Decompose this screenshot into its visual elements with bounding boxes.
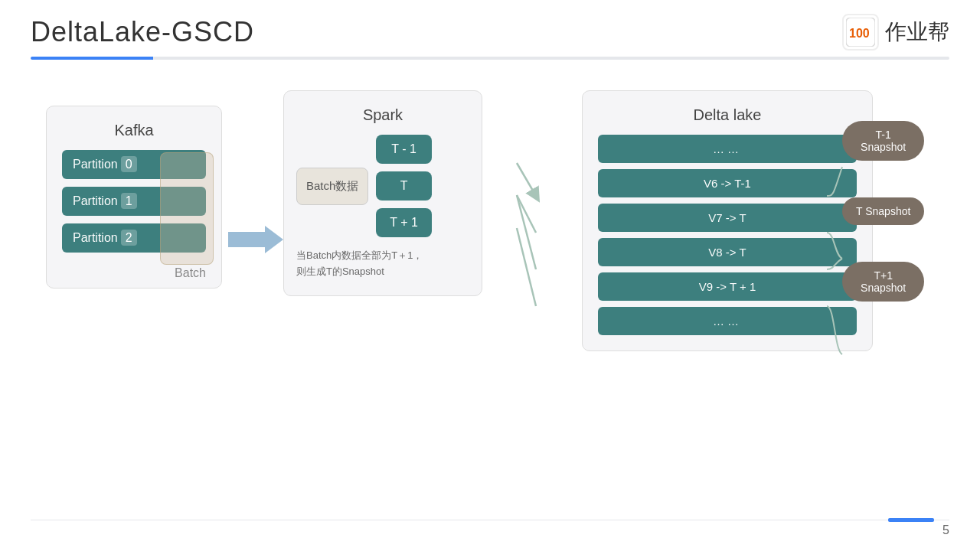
delta-row-0: …… [598, 135, 857, 163]
kafka-title: Kafka [62, 122, 206, 139]
page-number: 5 [942, 523, 949, 537]
snapshot-t-plus1: T+1Snapshot [842, 262, 924, 302]
kafka-section: Kafka Partition0 Partition1 Partition2 [46, 106, 222, 289]
delta-row-3: V8 -> T [598, 238, 857, 266]
spark-inner: Batch数据 T - 1 T T + 1 [296, 135, 469, 237]
t-plus1-btn: T + 1 [376, 208, 432, 237]
delta-row-4: V9 -> T + 1 [598, 272, 857, 301]
title-underline [31, 57, 949, 60]
svg-line-6 [517, 228, 536, 306]
batch-overlay [160, 152, 214, 265]
svg-line-5 [517, 195, 536, 269]
kafka-spark-arrow [228, 224, 286, 258]
spark-section: Spark Batch数据 T - 1 T T + 1 当Batch内数据全部为… [283, 90, 482, 296]
page-title: DeltaLake-GSCD [31, 16, 254, 48]
delta-section: Delta lake …… V6 -> T-1 V7 -> T V8 -> T … [536, 90, 873, 351]
diagram-area: Kafka Partition0 Partition1 Partition2 [46, 75, 934, 404]
delta-rows: …… V6 -> T-1 V7 -> T V8 -> T V9 -> T + 1… [598, 135, 857, 335]
svg-text:100: 100 [849, 27, 870, 40]
spark-box: Spark Batch数据 T - 1 T T + 1 当Batch内数据全部为… [283, 90, 482, 296]
svg-line-3 [517, 163, 536, 196]
delta-row-2: V7 -> T [598, 204, 857, 232]
spark-note: 当Batch内数据全部为T＋1， 则生成T的Snapshot [296, 248, 469, 280]
header: DeltaLake-GSCD 100 作业帮 [0, 0, 980, 51]
snapshot-section: T-1Snapshot T Snapshot T+1Snapshot [842, 121, 924, 302]
batch-label: Batch [175, 266, 206, 280]
bottom-accent [888, 518, 934, 522]
kafka-box: Kafka Partition0 Partition1 Partition2 [46, 106, 222, 289]
svg-marker-2 [228, 226, 283, 253]
delta-box: Delta lake …… V6 -> T-1 V7 -> T V8 -> T … [582, 90, 873, 351]
svg-line-4 [517, 195, 536, 233]
snapshot-t-minus1: T-1Snapshot [842, 121, 924, 161]
logo-area: 100 作业帮 [842, 14, 949, 51]
t-buttons: T - 1 T T + 1 [376, 135, 432, 237]
t-btn: T [376, 171, 432, 201]
logo-text: 作业帮 [885, 18, 949, 47]
delta-row-1: V6 -> T-1 [598, 169, 857, 197]
batch-data-btn: Batch数据 [296, 168, 368, 205]
delta-row-5: …… [598, 307, 857, 335]
spark-title: Spark [296, 106, 469, 124]
bottom-line [31, 520, 949, 521]
t-minus1-btn: T - 1 [376, 135, 432, 164]
logo-icon: 100 [842, 14, 879, 51]
snapshot-t: T Snapshot [842, 197, 924, 225]
delta-title: Delta lake [598, 106, 857, 124]
